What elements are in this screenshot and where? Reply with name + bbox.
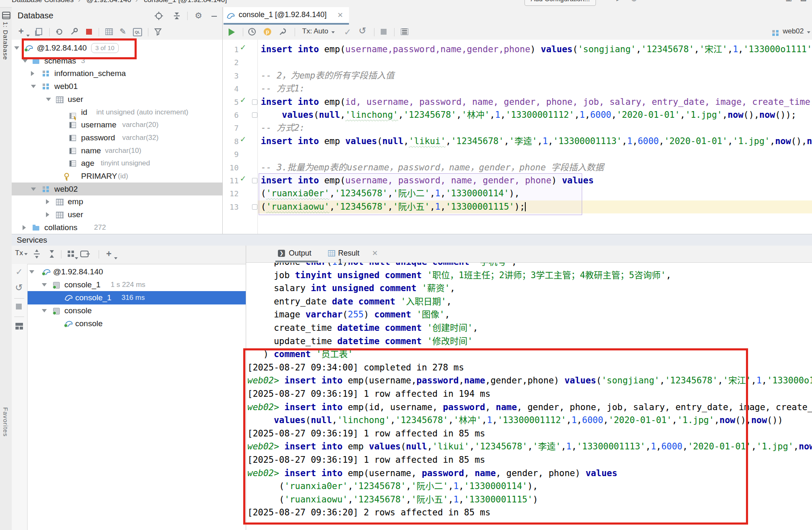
close-icon[interactable]: ✕ (372, 250, 378, 257)
close-icon[interactable]: ✕ (337, 12, 343, 19)
filter-icon[interactable] (154, 28, 162, 36)
data-source-properties-icon[interactable] (70, 28, 79, 36)
tree-item-label: username (81, 118, 117, 131)
chevron-expanded-icon[interactable] (46, 98, 51, 101)
line-number: 2 (223, 56, 239, 69)
tx-mode-dropdown[interactable]: Tx: Auto (302, 27, 335, 36)
tree-row[interactable]: collations272 (12, 221, 222, 234)
code-text: values(null,'linchong','12345678','林冲',1… (261, 109, 796, 122)
add-configuration-button[interactable]: Add Configuration... (524, 0, 596, 6)
executed-check-icon: ✓ (240, 135, 246, 144)
navigation-bar: Database Consoles› @1.92.84.140› console… (0, 0, 812, 8)
stop-icon[interactable] (86, 29, 92, 35)
tree-item-label: user (68, 208, 83, 221)
database-tree[interactable]: @1.92.84.1403 of 10schemas3information_s… (12, 40, 222, 234)
execute-icon[interactable] (229, 28, 235, 36)
column-icon (69, 160, 76, 167)
console-line: job tinyint unsigned comment '职位，1班主任；2讲… (247, 269, 671, 282)
editor-tab-console1[interactable]: console_1 [@1.92.84.140] ✕ (224, 7, 349, 25)
services-row[interactable]: console_1316 ms (12, 291, 246, 304)
services-row[interactable]: console (12, 304, 246, 317)
collapse-all-icon[interactable] (173, 12, 181, 20)
toolwindow-tab-favorites[interactable]: Favorites (2, 407, 9, 437)
chevron-expanded-icon[interactable] (42, 283, 47, 287)
breadcrumb[interactable]: Database Consoles (12, 0, 74, 4)
group-by-icon[interactable] (67, 250, 75, 258)
tree-row[interactable]: information_schema (12, 67, 222, 80)
tree-row[interactable]: user (12, 93, 222, 106)
console-output[interactable]: phone char(11)not null unique comment '手… (246, 246, 812, 530)
hide-panel-icon[interactable] (211, 16, 217, 17)
fold-marker-icon[interactable] (252, 204, 257, 210)
tree-row[interactable]: usernamevarchar(20) (12, 118, 222, 131)
history-icon[interactable] (248, 28, 256, 36)
chevron-expanded-icon[interactable] (14, 46, 19, 50)
tools-icon[interactable] (278, 28, 288, 36)
tree-row[interactable]: passwordvarchar(32) (12, 131, 222, 144)
breadcrumb[interactable]: @1.92.84.140 (87, 0, 131, 4)
tree-row[interactable]: PRIMARY(id) (12, 170, 222, 183)
search-everywhere-icon[interactable]: ▣ (786, 0, 792, 2)
edit-icon[interactable]: ✎ (120, 28, 126, 36)
toolwindow-tab-database[interactable]: 1: Database (2, 22, 9, 60)
tree-row[interactable]: web01 (12, 80, 222, 93)
output-panel: phone char(11)not null unique comment '手… (246, 246, 812, 530)
refresh-icon[interactable] (55, 28, 64, 36)
run-icon[interactable]: ▶ (616, 0, 621, 2)
add-service-icon[interactable]: + (106, 249, 112, 259)
services-tree[interactable]: @1.92.84.140console_11 s 224 msconsole_1… (12, 264, 246, 530)
tree-row[interactable]: idint unsigned (auto increment) (12, 106, 222, 119)
tree-row[interactable]: agetinyint unsigned (12, 157, 222, 170)
fold-marker-icon[interactable] (252, 178, 257, 183)
code-text: -- 2，为emp表的所有字段插入值 (261, 69, 395, 82)
tree-row[interactable]: emp (12, 195, 222, 208)
tree-row[interactable]: user (12, 208, 222, 221)
fold-marker-icon[interactable] (252, 112, 257, 118)
collapse-all-icon[interactable] (48, 249, 56, 259)
rollback-icon[interactable]: ↺ (359, 26, 366, 36)
tree-row[interactable]: @1.92.84.1403 of 10 (12, 41, 222, 54)
new-datasource-icon[interactable]: + (18, 27, 24, 36)
fold-marker-icon[interactable] (252, 99, 257, 105)
schema-selector-dropdown[interactable]: web02 (783, 27, 810, 36)
console-source-icon (53, 282, 60, 289)
duplicate-icon[interactable] (36, 28, 42, 35)
parameters-icon[interactable]: p (264, 28, 271, 36)
locate-object-icon[interactable] (155, 12, 163, 20)
line-number: 4 (223, 82, 239, 95)
jump-to-console-icon[interactable]: QL (133, 28, 142, 36)
execute-in-console-icon[interactable] (401, 28, 408, 35)
breadcrumb[interactable]: console_1 [@1.92.84.140] (144, 0, 227, 4)
chevron-expanded-icon[interactable] (29, 270, 34, 274)
editor-tab-label: console_1 [@1.92.84.140] (239, 10, 326, 19)
sql-editor[interactable]: 1✓insert into emp(username,password,name… (223, 40, 812, 234)
table-icon (56, 199, 64, 205)
chevron-collapsed-icon[interactable] (46, 212, 49, 217)
chevron-expanded-icon[interactable] (31, 85, 36, 88)
debug-icon[interactable]: ◉ (631, 0, 637, 2)
settings-shortcut-icon[interactable]: ▤ (800, 0, 807, 2)
chevron-expanded-icon[interactable] (23, 59, 28, 63)
chevron-collapsed-icon[interactable] (23, 225, 26, 230)
chevron-expanded-icon[interactable] (42, 309, 47, 312)
code-text: insert into emp(username,password,name,g… (261, 43, 812, 56)
services-row[interactable]: console_11 s 224 ms (12, 278, 246, 291)
commit-icon[interactable]: ✓ (344, 28, 351, 36)
expand-all-icon[interactable] (33, 249, 41, 259)
chevron-collapsed-icon[interactable] (46, 199, 49, 204)
chevron-collapsed-icon[interactable] (31, 71, 34, 76)
frame-plus-icon[interactable] (80, 250, 90, 258)
table-view-icon[interactable] (105, 28, 113, 35)
tree-row[interactable]: schemas3 (12, 54, 222, 67)
services-row[interactable]: console (12, 317, 246, 330)
services-tx-dropdown[interactable]: Tx (15, 249, 28, 257)
table-icon (56, 212, 64, 218)
tree-row[interactable]: namevarchar(10) (12, 144, 222, 157)
tree-row[interactable]: web02 (12, 183, 222, 195)
database-toolwindow-icon (2, 12, 10, 19)
chevron-expanded-icon[interactable] (31, 188, 36, 191)
key-icon (64, 173, 68, 180)
line-number: 13 (223, 200, 239, 213)
services-row[interactable]: @1.92.84.140 (12, 265, 246, 278)
gear-icon[interactable]: ⚙ (195, 11, 202, 20)
